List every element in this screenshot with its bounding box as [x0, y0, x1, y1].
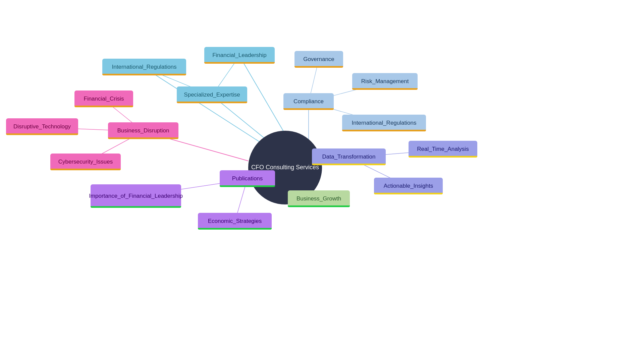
node-publications[interactable]: Publications: [220, 170, 275, 187]
compliance-label: Compliance: [283, 93, 334, 110]
specialized-expertise-label: Specialized_Expertise: [177, 86, 247, 103]
node-economic-strategies[interactable]: Economic_Strategies: [198, 213, 272, 230]
node-financial-crisis[interactable]: Financial_Crisis: [74, 90, 133, 107]
node-international-regulations-right[interactable]: International_Regulations: [342, 115, 426, 131]
node-business-growth[interactable]: Business_Growth: [288, 190, 350, 207]
node-real-time-analysis[interactable]: Real_Time_Analysis: [409, 141, 477, 158]
financial-crisis-label: Financial_Crisis: [74, 90, 133, 107]
business-disruption-label: Business_Disruption: [108, 122, 178, 139]
node-governance[interactable]: Governance: [294, 51, 343, 68]
data-transformation-label: Data_Transformation: [312, 148, 386, 165]
node-disruptive-technology[interactable]: Disruptive_Technology: [6, 118, 78, 135]
real-time-analysis-label: Real_Time_Analysis: [409, 141, 477, 158]
node-actionable-insights[interactable]: Actionable_Insights: [374, 178, 443, 194]
importance-financial-label: Importance_of_Financial_Leadership: [91, 184, 181, 208]
node-importance-financial[interactable]: Importance_of_Financial_Leadership: [91, 184, 181, 208]
node-data-transformation[interactable]: Data_Transformation: [312, 148, 386, 165]
node-compliance[interactable]: Compliance: [283, 93, 334, 110]
node-risk-management[interactable]: Risk_Management: [352, 73, 418, 90]
publications-label: Publications: [220, 170, 275, 187]
node-business-disruption[interactable]: Business_Disruption: [108, 122, 178, 139]
governance-label: Governance: [294, 51, 343, 68]
international-regulations-left-label: International_Regulations: [102, 59, 186, 75]
disruptive-technology-label: Disruptive_Technology: [6, 118, 78, 135]
business-growth-label: Business_Growth: [288, 190, 350, 207]
financial-leadership-label: Financial_Leadership: [204, 47, 275, 64]
risk-management-label: Risk_Management: [352, 73, 418, 90]
node-cybersecurity-issues[interactable]: Cybersecurity_Issues: [50, 154, 121, 170]
economic-strategies-label: Economic_Strategies: [198, 213, 272, 230]
node-specialized-expertise[interactable]: Specialized_Expertise: [177, 86, 247, 103]
international-regulations-right-label: International_Regulations: [342, 115, 426, 131]
cybersecurity-issues-label: Cybersecurity_Issues: [50, 154, 121, 170]
node-international-regulations-left[interactable]: International_Regulations: [102, 59, 186, 75]
actionable-insights-label: Actionable_Insights: [374, 178, 443, 194]
node-financial-leadership[interactable]: Financial_Leadership: [204, 47, 275, 64]
